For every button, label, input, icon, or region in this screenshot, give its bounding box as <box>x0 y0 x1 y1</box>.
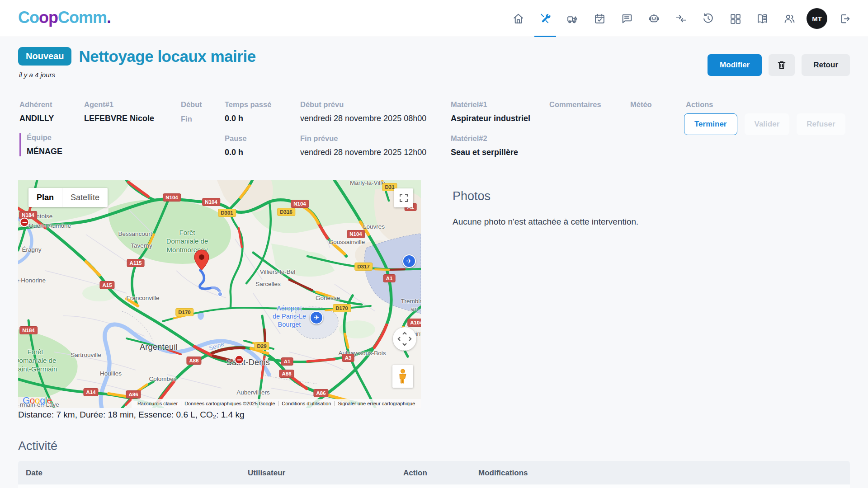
google-logo-letter: e <box>47 395 52 405</box>
field-label: Temps passé <box>225 100 271 109</box>
column-header-utilisateur: Utilisateur <box>248 469 285 478</box>
refuser-button[interactable]: Refuser <box>797 113 845 135</box>
field-value: MÉNAGE <box>27 147 62 156</box>
fullscreen-icon <box>400 194 408 202</box>
truck-icon <box>566 13 579 25</box>
map-pegman-button[interactable] <box>392 365 413 388</box>
logo-part: Co <box>18 8 39 27</box>
map-plan-button[interactable]: Plan <box>28 188 62 207</box>
tools-icon <box>539 13 552 25</box>
modifier-button[interactable]: Modifier <box>708 54 762 76</box>
field-fin-prevue: Fin prévue vendredi 28 novembre 2025 12h… <box>300 134 426 157</box>
field-label: Matériel#2 <box>451 134 518 143</box>
nav-modules[interactable] <box>722 0 749 37</box>
home-icon <box>512 13 524 25</box>
field-adherent: Adhérent ANDILLY <box>19 100 54 123</box>
retour-button[interactable]: Retour <box>802 54 850 76</box>
field-label: Adhérent <box>19 100 54 109</box>
field-label: Commentaires <box>549 100 601 109</box>
activity-title: Activité <box>18 439 57 453</box>
field-value: vendredi 28 novembre 2025 12h00 <box>300 148 426 157</box>
field-label: Équipe <box>27 133 62 142</box>
nav-history[interactable] <box>694 0 722 37</box>
field-meteo: Météo <box>630 100 652 109</box>
google-logo[interactable]: Google <box>23 395 52 406</box>
field-label: Début prévu <box>300 100 426 109</box>
history-icon <box>702 13 714 25</box>
field-commentaires: Commentaires <box>549 100 601 109</box>
activity-table-header: Date Utilisateur Action Modifications <box>18 461 850 484</box>
pan-icon <box>397 331 412 347</box>
column-header-date: Date <box>26 469 42 478</box>
attribution-item[interactable]: Conditions d'utilisation <box>278 401 334 406</box>
people-icon <box>783 13 796 25</box>
nav-merge[interactable] <box>667 0 694 37</box>
field-label: Actions <box>686 100 713 109</box>
field-agent1: Agent#1 LEFEBVRE Nicole <box>84 100 154 123</box>
pegman-icon <box>398 369 408 384</box>
column-header-modifications: Modifications <box>478 469 528 478</box>
attribution-item: Données cartographiques ©2025 Google <box>181 401 278 406</box>
airport-marker-icon[interactable]: ✈ <box>310 311 323 324</box>
nav-home[interactable] <box>505 0 532 37</box>
chat-icon <box>621 13 633 25</box>
nav-messages[interactable] <box>613 0 640 37</box>
nav-interventions[interactable] <box>532 0 559 37</box>
calendar-check-icon <box>594 13 606 25</box>
field-label-fin: Fin <box>181 115 202 123</box>
nav-vehicles[interactable] <box>559 0 586 37</box>
terminer-button[interactable]: Terminer <box>684 113 737 135</box>
photos-title: Photos <box>453 189 491 203</box>
photos-empty-text: Aucune photo n'est attachée à cette inte… <box>453 217 638 227</box>
google-logo-letter: g <box>40 395 45 405</box>
logo-part: Comm <box>58 8 107 27</box>
activity-table: Date Utilisateur Action Modifications <box>18 461 850 488</box>
field-label: Pause <box>225 134 247 143</box>
nav-members[interactable] <box>776 0 803 37</box>
nav-logout[interactable] <box>831 0 858 37</box>
field-value: 0.0 h <box>225 114 271 123</box>
field-debut-prevu: Début prévu vendredi 28 novembre 2025 08… <box>300 100 426 123</box>
book-icon <box>756 13 769 25</box>
logout-icon <box>839 13 851 25</box>
delete-button[interactable] <box>769 54 795 76</box>
main-nav: MT <box>505 0 868 37</box>
activity-table-body <box>18 484 850 488</box>
map-type-control: Plan Satellite <box>28 188 108 207</box>
nav-planning[interactable] <box>586 0 613 37</box>
field-value: LEFEBVRE Nicole <box>84 114 154 123</box>
logo-part: op <box>39 8 58 27</box>
robot-icon <box>648 13 660 25</box>
trash-icon <box>777 60 787 70</box>
nav-assistant[interactable] <box>640 0 667 37</box>
field-materiel1: Matériel#1 Aspirateur industriel <box>451 100 530 123</box>
attribution-item[interactable]: Signaler une erreur cartographique <box>334 401 418 406</box>
map-fullscreen-button[interactable] <box>394 188 413 207</box>
app-header: CoopComm. <box>0 0 868 37</box>
field-pause: Pause 0.0 h <box>225 134 247 157</box>
nav-documentation[interactable] <box>749 0 776 37</box>
field-label: Matériel#1 <box>451 100 530 109</box>
map-satellite-button[interactable]: Satellite <box>62 188 108 207</box>
map-attribution: Raccourcis clavierDonnées cartographique… <box>132 399 421 408</box>
map-pan-control[interactable] <box>393 327 416 351</box>
google-logo-letter: o <box>30 395 35 405</box>
field-debut: Début Fin <box>181 100 202 123</box>
field-value: vendredi 28 novembre 2025 08h00 <box>300 114 426 123</box>
logo-part: . <box>107 8 111 27</box>
field-actions-label: Actions <box>686 100 713 109</box>
airport-marker-icon[interactable]: ✈ <box>402 254 416 268</box>
map-pin[interactable] <box>193 249 210 271</box>
google-logo-letter: G <box>23 395 30 405</box>
route-info: Distance: 7 km, Durée: 18 min, Essence: … <box>18 410 245 420</box>
avatar[interactable]: MT <box>807 8 827 29</box>
field-label: Début <box>181 100 202 109</box>
google-logo-letter: o <box>35 395 40 405</box>
merge-arrows-icon <box>675 13 687 25</box>
page-title: Nettoyage locaux mairie <box>79 47 255 66</box>
app-logo[interactable]: CoopComm. <box>18 8 111 27</box>
field-equipe: Équipe MÉNAGE <box>19 133 62 156</box>
attribution-item[interactable]: Raccourcis clavier <box>134 401 181 406</box>
map-container[interactable]: Marly-la-VillePontoise-Ouen-l'AumôneÉrag… <box>18 180 421 408</box>
valider-button[interactable]: Valider <box>745 113 790 135</box>
